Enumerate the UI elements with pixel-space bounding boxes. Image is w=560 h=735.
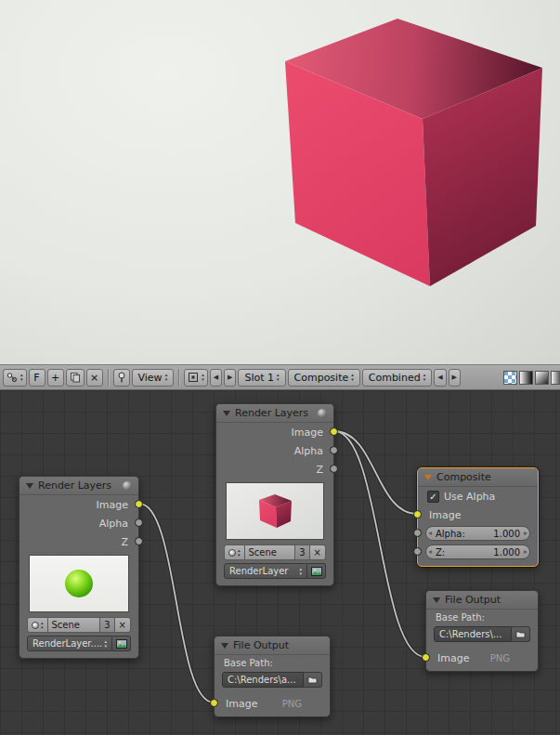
render-layer-select[interactable]: Composite ▴▾ — [288, 369, 360, 387]
node-header[interactable]: File Output — [215, 637, 330, 655]
node-header[interactable]: Composite — [418, 468, 538, 487]
pin-button[interactable] — [113, 369, 130, 387]
socket-label-alpha: Alpha — [99, 518, 128, 530]
render-preview — [29, 555, 129, 612]
left-arrow-icon: ◀ — [214, 374, 218, 381]
node-title: File Output — [233, 639, 323, 651]
draw-mode-gradient-icon[interactable] — [535, 371, 549, 385]
base-path-label: Base Path: — [426, 610, 538, 624]
layer-value: RenderLayer.... — [33, 638, 102, 649]
node-header[interactable]: File Output — [426, 591, 538, 610]
view-menu[interactable]: View ▴▾ — [132, 369, 175, 387]
use-alpha-checkbox[interactable]: ✓ — [427, 491, 439, 503]
render-layer-button[interactable] — [307, 563, 326, 579]
unlink-scene-button[interactable]: × — [115, 617, 131, 633]
scene-browse-button[interactable]: ▴▾ — [27, 617, 48, 633]
node-editor-icon — [7, 372, 18, 383]
socket-alpha-input[interactable] — [413, 529, 422, 537]
slot-value: Slot 1 — [244, 372, 274, 384]
socket-image-input[interactable] — [413, 510, 422, 518]
scene-browse-button[interactable]: ▴▾ — [224, 545, 245, 560]
next-slot-button[interactable]: ▶ — [224, 369, 236, 387]
alpha-number-field[interactable]: ◂ Alpha: 1.000 ▸ — [425, 526, 530, 541]
layer-menu[interactable]: RenderLayer.... ▴▾ — [27, 636, 112, 651]
down-arrow-icon: ▾ — [351, 377, 354, 382]
node-title: Render Layers — [235, 407, 313, 419]
output-row-z: Z — [20, 532, 138, 551]
render-pass-select[interactable]: Combined ▴▾ — [362, 369, 432, 387]
decrement-icon[interactable]: ◂ — [428, 547, 432, 556]
fake-user-label: F — [33, 372, 39, 384]
next-pass-button[interactable]: ▶ — [449, 369, 461, 387]
close-icon: × — [314, 547, 321, 558]
decrement-icon[interactable]: ◂ — [428, 529, 432, 537]
base-path-field[interactable]: C:\Renders\a... — [222, 672, 304, 688]
node-footer — [215, 712, 330, 716]
node-header[interactable]: Render Layers — [216, 404, 333, 423]
base-path-value: C:\Renders\a... — [228, 675, 296, 685]
socket-image-input[interactable] — [210, 699, 218, 707]
snap-icon — [188, 372, 199, 383]
scene-name-field[interactable]: Scene — [245, 545, 296, 560]
increment-icon[interactable]: ▸ — [524, 529, 527, 537]
use-alpha-label: Use Alpha — [444, 491, 495, 503]
collapse-icon[interactable] — [433, 597, 440, 603]
previous-pass-button[interactable]: ◀ — [434, 369, 446, 387]
socket-image-output[interactable] — [135, 500, 143, 508]
collapse-icon[interactable] — [424, 475, 432, 480]
node-file-output-bottom[interactable]: File Output Base Path: C:\Renders\a... I… — [214, 636, 331, 717]
socket-alpha-output[interactable] — [135, 518, 143, 527]
socket-z-input[interactable] — [413, 547, 422, 556]
layer-selector: RenderLayer.... ▴▾ — [27, 636, 131, 651]
draw-mode-color-icon[interactable] — [519, 371, 533, 385]
base-path-field[interactable]: C:\Renders\... — [434, 626, 512, 642]
node-composite[interactable]: Composite ✓ Use Alpha Image ◂ Alpha: 1.0… — [417, 467, 539, 567]
socket-label-z: Z — [121, 536, 128, 548]
collapse-icon[interactable] — [223, 411, 230, 416]
increment-icon[interactable]: ▸ — [524, 547, 527, 556]
node-editor-canvas[interactable]: Render Layers Image Alpha Z — [0, 390, 560, 735]
backdrop-alpha-toggle[interactable] — [503, 371, 517, 385]
unlink-datablock-button[interactable]: × — [86, 369, 103, 387]
unlink-scene-button[interactable]: × — [310, 545, 326, 560]
blender-window: ▴▾ F + × View ▴▾ ▴▾ — [0, 0, 560, 735]
node-render-layers-center[interactable]: Render Layers Image Alpha Z — [215, 403, 334, 586]
socket-image-input[interactable] — [422, 653, 430, 662]
collapse-icon[interactable] — [26, 483, 33, 489]
preview-cube — [254, 492, 295, 530]
socket-alpha-output[interactable] — [330, 446, 338, 454]
node-file-output-right[interactable]: File Output Base Path: C:\Renders\... Im… — [425, 590, 539, 672]
node-render-layers-left[interactable]: Render Layers Image Alpha Z ▴▾ — [19, 476, 139, 659]
down-arrow-icon: ▾ — [423, 377, 426, 382]
scene-name-field[interactable]: Scene — [48, 617, 101, 633]
node-header[interactable]: Render Layers — [20, 477, 138, 495]
collapse-icon[interactable] — [221, 643, 228, 649]
scene-icon — [32, 622, 39, 629]
output-row-alpha: Alpha — [216, 441, 333, 460]
format-label: PNG — [282, 699, 302, 709]
separator — [178, 369, 179, 386]
slot-select[interactable]: Slot 1 ▴▾ — [238, 369, 285, 387]
layer-value: RenderLayer — [229, 566, 297, 576]
editor-type-button[interactable]: ▴▾ — [3, 369, 27, 387]
down-arrow-icon: ▾ — [299, 571, 302, 576]
close-icon: × — [90, 372, 98, 384]
socket-image-output[interactable] — [330, 427, 338, 436]
user-count: 3 — [299, 547, 305, 558]
user-count-button[interactable]: 3 — [100, 617, 114, 633]
new-datablock-button[interactable]: + — [47, 369, 64, 387]
browse-folder-button[interactable] — [512, 626, 530, 642]
previous-slot-button[interactable]: ◀ — [210, 369, 222, 387]
fake-user-button[interactable]: F — [29, 369, 46, 387]
render-layer-button[interactable] — [112, 636, 131, 651]
user-count-button[interactable]: 3 — [295, 545, 309, 560]
socket-z-output[interactable] — [330, 465, 338, 473]
socket-z-output[interactable] — [135, 537, 143, 545]
browse-folder-button[interactable] — [304, 672, 322, 688]
draw-mode-extra-icon[interactable] — [551, 371, 560, 385]
z-number-field[interactable]: ◂ Z: 1.000 ▸ — [425, 545, 530, 559]
snap-mode-button[interactable]: ▴▾ — [184, 369, 208, 387]
node-title: File Output — [445, 594, 531, 606]
layer-menu[interactable]: RenderLayer ▴▾ — [224, 563, 307, 579]
duplicate-datablock-button[interactable] — [66, 369, 85, 387]
